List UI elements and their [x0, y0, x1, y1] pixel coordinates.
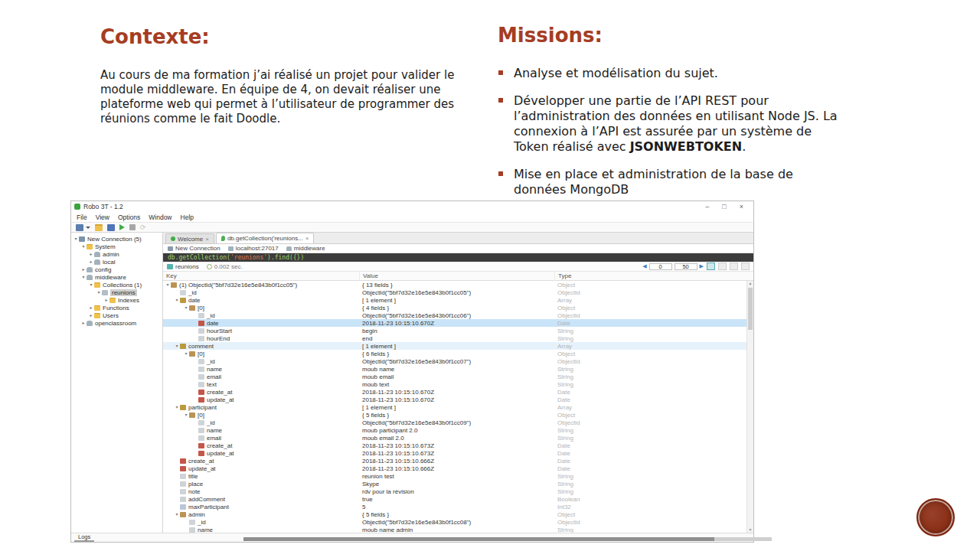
table-row[interactable]: noterdv pour la révisionString [163, 487, 746, 495]
text-view-button[interactable] [730, 262, 738, 270]
vertical-scrollbar[interactable] [746, 281, 753, 533]
table-row[interactable]: date2018-11-23 10:15:10.670ZDate [163, 319, 746, 327]
table-row[interactable]: create_at2018-11-23 10:15:10.666ZDate [163, 457, 746, 465]
table-row[interactable]: ▾comment[ 1 element ]Array [163, 342, 746, 350]
column-header-type[interactable]: Type [554, 272, 753, 281]
table-row[interactable]: create_at2018-11-23 10:15:10.673ZDate [163, 442, 746, 449]
table-row[interactable]: ▾admin{ 5 fields }Object [163, 510, 746, 518]
table-row[interactable]: ▾[0]{ 4 fields }Object [163, 304, 746, 311]
table-row[interactable]: namemoub participant 2.0String [163, 426, 746, 434]
connect-icon[interactable] [76, 224, 83, 231]
scroll-down-icon[interactable] [747, 527, 753, 533]
table-row[interactable]: namemoub nameString [163, 365, 746, 373]
page-next-icon[interactable]: ▶ [700, 263, 704, 269]
table-row[interactable]: emailmoub emailString [163, 373, 746, 380]
sidebar-item-new-connection-5-[interactable]: ▾New Connection (5) [71, 235, 162, 243]
table-row[interactable]: titlereunion testString [163, 472, 746, 480]
table-row[interactable]: emailmoub email 2.0String [163, 434, 746, 442]
tab-query[interactable]: db.getCollection('reunions... × [216, 233, 315, 243]
horizontal-scrollbar[interactable] [243, 537, 772, 541]
sidebar-item-openclassroom[interactable]: ▸openclassroom [71, 319, 162, 327]
table-row[interactable]: hourEndendString [163, 334, 746, 342]
tab-welcome[interactable]: Welcome × [165, 233, 214, 243]
table-row[interactable]: _idObjectId("5bf7d32e16e5e843b0f1cc08")O… [163, 518, 746, 526]
collapse-icon[interactable]: ▾ [96, 289, 102, 295]
tree-view-button[interactable] [707, 262, 715, 270]
expand-icon[interactable]: ▸ [88, 305, 94, 311]
table-row[interactable]: ▾date[ 1 element ]Array [163, 296, 746, 304]
menu-item-window[interactable]: Window [149, 214, 172, 221]
table-row[interactable]: ▾[0]{ 5 fields }Object [163, 411, 746, 419]
window-titlebar[interactable]: Robo 3T - 1.2 – □ × [71, 201, 753, 212]
limit-input[interactable]: 50 [675, 263, 697, 270]
table-row[interactable]: addCommenttrueBoolean [163, 495, 746, 503]
collapse-icon[interactable]: ▾ [80, 274, 87, 280]
menu-item-help[interactable]: Help [181, 214, 194, 221]
table-row[interactable]: ▾(1) ObjectId("5bf7d32e16e5e843b0f1cc05"… [163, 281, 746, 289]
menu-item-options[interactable]: Options [118, 214, 140, 221]
menu-item-view[interactable]: View [96, 214, 109, 221]
tab-close-icon[interactable]: × [305, 235, 309, 242]
table-row[interactable]: create_at2018-11-23 10:15:10.670ZDate [163, 388, 746, 396]
custom-view-button[interactable] [741, 262, 750, 270]
stop-query-icon[interactable] [129, 224, 136, 230]
skip-input[interactable]: 0 [649, 263, 672, 270]
collapse-icon[interactable]: ▾ [174, 404, 180, 410]
collapse-icon[interactable]: ▾ [183, 350, 189, 357]
collapse-icon[interactable]: ▾ [183, 412, 189, 418]
sidebar-item-reunions[interactable]: ▾reunions [71, 289, 162, 296]
save-icon[interactable] [107, 224, 115, 231]
scrollbar-thumb[interactable] [748, 288, 753, 330]
expand-icon[interactable]: ▸ [103, 297, 109, 303]
collapse-icon[interactable]: ▾ [174, 343, 180, 349]
query-editor[interactable]: db.getCollection('reunions').find({}) [163, 253, 753, 262]
column-header-key[interactable]: Key [163, 272, 359, 281]
expand-icon[interactable]: ▸ [88, 251, 94, 257]
table-row[interactable]: _idObjectId("5bf7d32e16e5e843b0f1cc07")O… [163, 357, 746, 365]
column-header-value[interactable]: Value [359, 272, 554, 281]
breadcrumb-host[interactable]: localhost:27017 [228, 245, 279, 252]
table-row[interactable]: _idObjectId("5bf7d32e16e5e843b0f1cc06")O… [163, 311, 746, 319]
table-row[interactable]: maxParticipant5Int32 [163, 503, 746, 510]
table-row[interactable]: update_at2018-11-23 10:15:10.673ZDate [163, 449, 746, 457]
collapse-icon[interactable]: ▾ [165, 282, 171, 288]
breadcrumb-connection[interactable]: New Connection [168, 245, 220, 252]
tab-close-icon[interactable]: × [205, 236, 209, 243]
close-button[interactable]: × [740, 204, 743, 210]
collapse-icon[interactable]: ▾ [80, 243, 87, 249]
collapse-icon[interactable]: ▾ [174, 297, 180, 303]
sidebar-item-middleware[interactable]: ▾middleware [71, 273, 162, 281]
collapse-icon[interactable]: ▾ [88, 282, 94, 288]
sidebar-item-functions[interactable]: ▸Functions [71, 304, 162, 311]
sidebar-item-collections-1-[interactable]: ▾Collections (1) [71, 281, 162, 289]
expand-icon[interactable]: ▸ [88, 312, 94, 318]
table-row[interactable]: namemoub name adminString [163, 526, 746, 533]
sidebar-item-local[interactable]: ▸local [71, 258, 162, 266]
table-row[interactable]: textmoub textString [163, 380, 746, 388]
execute-query-icon[interactable] [119, 224, 125, 230]
expand-icon[interactable]: ▸ [88, 259, 94, 265]
collapse-icon[interactable]: ▾ [73, 236, 79, 242]
expand-icon[interactable]: ▸ [80, 266, 87, 272]
open-folder-icon[interactable] [95, 224, 103, 231]
sidebar-item-system[interactable]: ▾System [71, 243, 162, 250]
horizontal-scrollbar-thumb[interactable] [243, 537, 714, 541]
table-row[interactable]: _idObjectId("5bf7d32e16e5e843b0f1cc09")O… [163, 419, 746, 426]
table-row[interactable]: ▾participant[ 1 element ]Array [163, 403, 746, 411]
page-prev-icon[interactable]: ◀ [642, 263, 646, 269]
scroll-up-icon[interactable] [747, 281, 753, 286]
minimize-button[interactable]: – [705, 204, 709, 210]
expand-icon[interactable]: ▸ [80, 320, 87, 326]
sidebar-item-config[interactable]: ▸config [71, 266, 162, 273]
table-view-button[interactable] [718, 262, 727, 270]
table-row[interactable]: update_at2018-11-23 10:15:10.670ZDate [163, 396, 746, 403]
logs-button[interactable]: Logs [74, 533, 94, 542]
table-row[interactable]: update_at2018-11-23 10:15:10.666ZDate [163, 465, 746, 472]
breadcrumb-database[interactable]: middleware [286, 245, 325, 252]
maximize-button[interactable]: □ [722, 204, 726, 210]
sidebar-item-users[interactable]: ▸Users [71, 311, 162, 319]
table-row[interactable]: placeSkypeString [163, 480, 746, 487]
connect-dropdown-icon[interactable] [86, 227, 90, 229]
table-row[interactable]: hourStartbeginString [163, 327, 746, 334]
refresh-icon[interactable] [140, 224, 146, 231]
